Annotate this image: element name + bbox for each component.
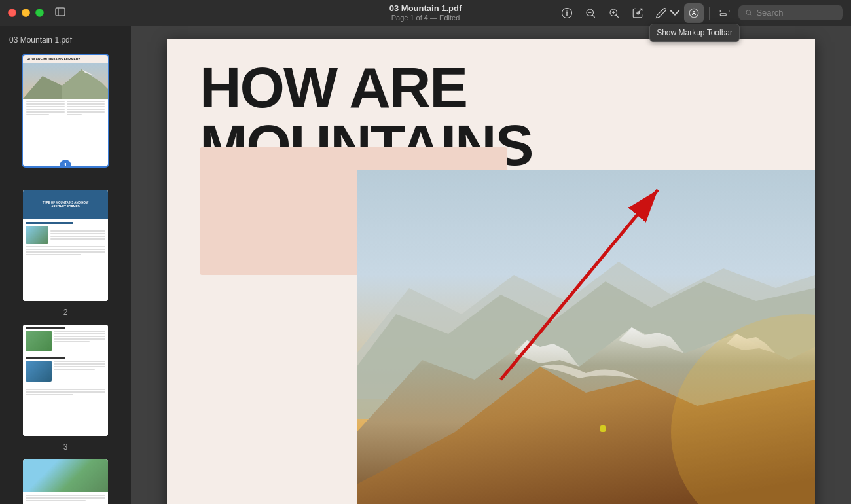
page-thumb-2[interactable]: TYPE OF MOUNTAINS AND HOWARE THEY FORMED: [5, 190, 126, 317]
minimize-button[interactable]: [22, 9, 30, 17]
thumb1-title-text: HOW ARE MOUNTAINS FORMED?: [23, 55, 108, 63]
thumb2-section-title: [26, 222, 73, 224]
thumb3-section-2: [26, 357, 105, 382]
pen-button[interactable]: [651, 3, 671, 23]
page-thumb-img-2[interactable]: TYPE OF MOUNTAINS AND HOWARE THEY FORMED: [23, 190, 108, 301]
pdf-viewer: HOW ARE MOUNTAINS FORMED?: [131, 26, 851, 504]
thumb2-img-row: [26, 226, 105, 244]
svg-line-17: [750, 14, 751, 16]
svg-line-6: [592, 15, 595, 18]
mountain-svg: [357, 170, 815, 504]
page-label-2: 2: [63, 308, 68, 317]
sidebar-filename: 03 Mountain 1.pdf: [5, 33, 126, 47]
main-content: 03 Mountain 1.pdf HOW ARE MOUNTAINS FORM…: [0, 26, 851, 504]
page-thumb-3[interactable]: 3: [5, 325, 126, 452]
page-thumb-4[interactable]: [5, 459, 126, 504]
document-title: 03 Mountain 1.pdf: [389, 3, 462, 14]
thumb2-header-text: TYPE OF MOUNTAINS AND HOWARE THEY FORMED: [43, 201, 89, 208]
zoom-out-button[interactable]: [581, 3, 600, 23]
thumb1-text-area: [23, 99, 108, 167]
pdf-page: HOW ARE MOUNTAINS FORMED?: [167, 39, 815, 504]
thumb2-header: TYPE OF MOUNTAINS AND HOWARE THEY FORMED: [23, 190, 108, 219]
page-thumb-img-3[interactable]: [23, 325, 108, 436]
svg-rect-31: [600, 425, 606, 432]
zoom-in-button[interactable]: [604, 3, 624, 23]
show-markup-toolbar-tooltip: Show Markup Toolbar: [649, 24, 740, 42]
search-input[interactable]: [756, 8, 837, 18]
page-thumb-img-4[interactable]: [23, 459, 108, 504]
titlebar: 03 Mountain 1.pdf Page 1 of 4 — Edited: [0, 0, 851, 26]
titlebar-center: 03 Mountain 1.pdf Page 1 of 4 — Edited: [389, 3, 462, 22]
svg-point-16: [746, 10, 751, 15]
thumb1-mountain-img: [23, 63, 108, 99]
svg-rect-15: [720, 13, 726, 15]
info-button[interactable]: [557, 3, 577, 23]
thumb4-top-img: [23, 459, 108, 492]
svg-rect-14: [720, 10, 729, 12]
markup-toolbar-button[interactable]: A: [684, 3, 704, 23]
thumb3-img-blue: [26, 361, 52, 382]
thumb3-img-green: [26, 331, 52, 351]
sidebar: 03 Mountain 1.pdf HOW ARE MOUNTAINS FORM…: [0, 26, 131, 504]
traffic-lights: [8, 9, 44, 17]
page-label-3: 3: [63, 442, 68, 452]
pdf-mountain-photo: [357, 170, 815, 504]
search-bar[interactable]: [738, 5, 843, 20]
maximize-button[interactable]: [35, 9, 44, 17]
document-subtitle: Page 1 of 4 — Edited: [391, 14, 460, 22]
page-label-1: [64, 173, 66, 182]
search-icon: [745, 9, 752, 17]
toolbar-divider: [709, 7, 710, 20]
pen-dropdown-arrow[interactable]: [670, 3, 680, 23]
close-button[interactable]: [8, 9, 16, 17]
toolbar-icons: A: [557, 3, 843, 23]
share-button[interactable]: [628, 3, 647, 23]
svg-line-9: [616, 15, 619, 18]
thumb4-body: [23, 492, 108, 504]
redact-button[interactable]: [715, 3, 734, 23]
page-thumb-1[interactable]: HOW ARE MOUNTAINS FORMED?: [5, 55, 126, 182]
svg-text:A: A: [692, 10, 697, 16]
sidebar-toggle-button[interactable]: [54, 6, 66, 20]
page-thumb-img-1[interactable]: HOW ARE MOUNTAINS FORMED?: [23, 55, 108, 166]
svg-rect-0: [56, 8, 65, 16]
thumb2-mini-img: [26, 226, 48, 244]
thumb3-section-1: [26, 327, 105, 351]
thumb2-body: [23, 219, 108, 301]
